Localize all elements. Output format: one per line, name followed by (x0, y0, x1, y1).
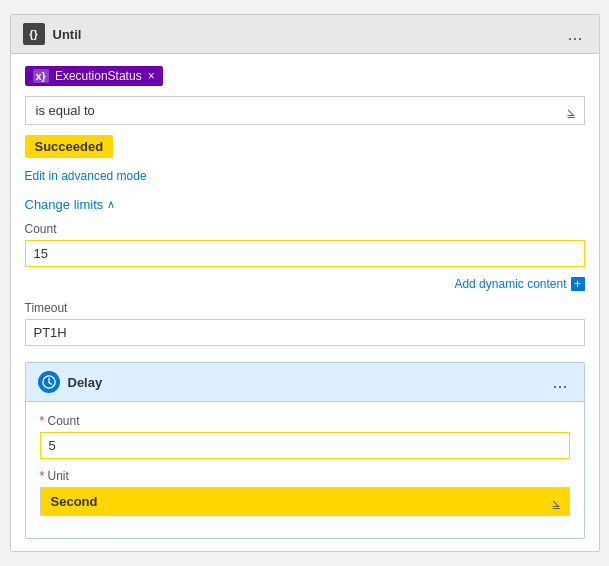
timeout-field-row: Timeout (25, 301, 585, 346)
unit-dropdown-wrapper: Second Minute Hour Day Week Month ⦥ (40, 487, 570, 516)
token-close-button[interactable]: × (148, 70, 155, 82)
execution-status-token: x} ExecutionStatus × (25, 66, 163, 86)
caret-up-icon: ∧ (107, 198, 115, 211)
condition-dropdown-wrapper: is equal to is not equal to contains doe… (25, 96, 585, 125)
token-curly-icon: x} (33, 69, 49, 83)
header-left: {} Until (23, 23, 82, 45)
card-title: Until (53, 27, 82, 42)
delay-count-field-row: Count (40, 414, 570, 459)
count-input[interactable] (25, 240, 585, 267)
plus-icon: + (571, 277, 585, 291)
condition-dropdown[interactable]: is equal to is not equal to contains doe… (25, 96, 585, 125)
token-row: x} ExecutionStatus × (25, 66, 585, 86)
count-field-row: Count (25, 222, 585, 267)
dynamic-content-row: Add dynamic content + (25, 277, 585, 291)
delay-icon-circle (38, 371, 60, 393)
delay-body: Count Unit Second Minute Hour Day Week M… (26, 402, 584, 538)
timeout-input[interactable] (25, 319, 585, 346)
until-icon-box: {} (23, 23, 45, 45)
delay-header-left: Delay (38, 371, 103, 393)
token-label: ExecutionStatus (55, 69, 142, 83)
card-header: {} Until ... (11, 15, 599, 54)
delay-count-input[interactable] (40, 432, 570, 459)
succeeded-badge-row: Succeeded (25, 135, 585, 168)
svg-line-2 (49, 382, 52, 384)
until-card: {} Until ... x} ExecutionStatus × is equ… (10, 14, 600, 552)
delay-title: Delay (68, 375, 103, 390)
delay-count-label: Count (40, 414, 570, 428)
delay-header: Delay ... (26, 363, 584, 402)
count-label: Count (25, 222, 585, 236)
delay-ellipsis-button[interactable]: ... (548, 373, 571, 391)
timeout-label: Timeout (25, 301, 585, 315)
until-icon: {} (29, 28, 38, 40)
clock-icon (42, 375, 56, 389)
dynamic-content-label: Add dynamic content (454, 277, 566, 291)
delay-unit-label: Unit (40, 469, 570, 483)
card-body: x} ExecutionStatus × is equal to is not … (11, 54, 599, 551)
delay-card: Delay ... Count Unit Second Minute (25, 362, 585, 539)
edit-advanced-link[interactable]: Edit in advanced mode (25, 169, 147, 183)
until-ellipsis-button[interactable]: ... (563, 25, 586, 43)
change-limits-button[interactable]: Change limits ∧ (25, 197, 116, 212)
dynamic-content-button[interactable]: Add dynamic content + (454, 277, 584, 291)
edit-advanced-row: Edit in advanced mode (25, 168, 585, 183)
unit-dropdown[interactable]: Second Minute Hour Day Week Month (40, 487, 570, 516)
change-limits-label: Change limits (25, 197, 104, 212)
succeeded-badge: Succeeded (25, 135, 114, 158)
change-limits-row: Change limits ∧ (25, 197, 585, 212)
delay-unit-field-row: Unit Second Minute Hour Day Week Month ⦥ (40, 469, 570, 516)
